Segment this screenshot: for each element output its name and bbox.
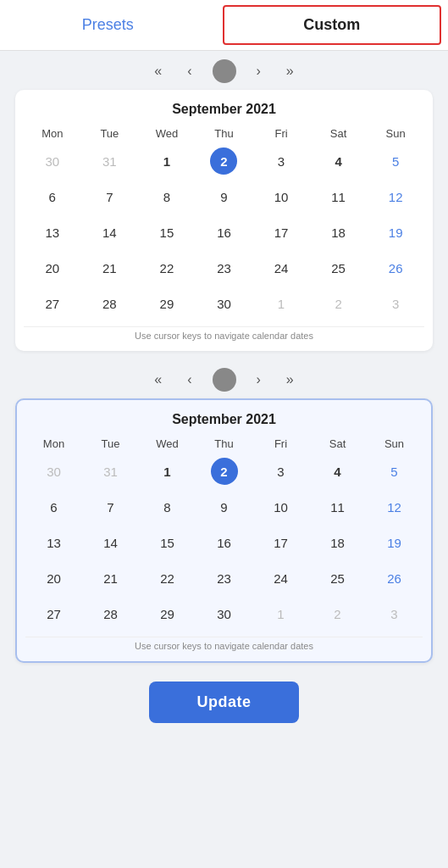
prev-btn-2[interactable]: ‹: [182, 370, 196, 389]
table-row[interactable]: 12: [366, 489, 423, 525]
table-row[interactable]: 17: [252, 525, 309, 560]
table-row[interactable]: 28: [81, 286, 139, 321]
table-row[interactable]: 5: [366, 453, 423, 489]
table-row[interactable]: 2: [196, 143, 253, 179]
table-row[interactable]: 11: [309, 489, 366, 525]
table-row[interactable]: 27: [24, 286, 81, 321]
table-row[interactable]: 26: [367, 250, 424, 286]
table-row[interactable]: 8: [139, 489, 196, 525]
table-row[interactable]: 3: [252, 453, 309, 489]
calendar-2-hint: Use cursor keys to navigate calendar dat…: [25, 637, 423, 654]
table-row[interactable]: 16: [196, 525, 252, 560]
table-row[interactable]: 20: [25, 560, 82, 596]
table-row[interactable]: 2: [196, 453, 252, 489]
table-row[interactable]: 3: [366, 596, 423, 632]
table-row[interactable]: 7: [81, 179, 139, 214]
table-row[interactable]: 1: [252, 596, 309, 632]
table-row[interactable]: 31: [82, 453, 139, 489]
prev-prev-btn-2[interactable]: «: [149, 370, 167, 389]
table-row[interactable]: 21: [82, 560, 139, 596]
table-row[interactable]: 25: [309, 560, 366, 596]
nav-row-1: « ‹ › »: [0, 51, 448, 90]
table-row[interactable]: 18: [310, 214, 368, 250]
col-tue-1: Tue: [81, 124, 139, 143]
nav-dot-2: [213, 368, 236, 392]
table-row[interactable]: 9: [196, 489, 252, 525]
table-row[interactable]: 19: [367, 214, 424, 250]
table-row[interactable]: 23: [196, 250, 253, 286]
next-btn-2[interactable]: ›: [252, 370, 266, 389]
table-row[interactable]: 15: [138, 214, 196, 250]
table-row[interactable]: 3: [252, 143, 310, 179]
table-row[interactable]: 26: [366, 560, 423, 596]
table-row[interactable]: 1: [252, 286, 310, 321]
table-row[interactable]: 14: [82, 525, 139, 560]
col-sat-1: Sat: [310, 124, 368, 143]
table-row[interactable]: 2: [309, 596, 366, 632]
table-row[interactable]: 4: [309, 453, 366, 489]
table-row[interactable]: 13: [24, 214, 81, 250]
update-button[interactable]: Update: [149, 682, 298, 723]
prev-btn-1[interactable]: ‹: [182, 62, 196, 81]
table-row[interactable]: 24: [252, 250, 310, 286]
calendar-1-hint: Use cursor keys to navigate calendar dat…: [24, 326, 424, 344]
calendar-2-grid: Mon Tue Wed Thu Fri Sat Sun 303112345678…: [25, 434, 423, 632]
table-row[interactable]: 30: [196, 596, 252, 632]
table-row[interactable]: 7: [82, 489, 139, 525]
table-row[interactable]: 27: [25, 596, 82, 632]
table-row[interactable]: 11: [310, 179, 368, 214]
next-btn-1[interactable]: ›: [252, 62, 266, 81]
table-row[interactable]: 29: [139, 596, 196, 632]
table-row[interactable]: 22: [139, 560, 196, 596]
table-row[interactable]: 16: [196, 214, 253, 250]
table-row[interactable]: 12: [367, 179, 424, 214]
table-row[interactable]: 10: [252, 489, 309, 525]
table-row[interactable]: 28: [82, 596, 139, 632]
col-mon-2: Mon: [25, 434, 82, 453]
next-next-btn-2[interactable]: »: [281, 370, 299, 389]
table-row[interactable]: 21: [81, 250, 139, 286]
tab-presets[interactable]: Presets: [0, 0, 216, 50]
tab-custom[interactable]: Custom: [223, 5, 442, 45]
table-row[interactable]: 4: [310, 143, 368, 179]
calendar-2-month: September 2021: [25, 409, 423, 429]
table-row[interactable]: 3: [367, 286, 424, 321]
table-row[interactable]: 8: [138, 179, 196, 214]
table-row[interactable]: 25: [310, 250, 368, 286]
col-sat-2: Sat: [309, 434, 366, 453]
table-row[interactable]: 31: [81, 143, 139, 179]
nav-dot-1: [213, 59, 236, 83]
table-row[interactable]: 22: [138, 250, 196, 286]
table-row[interactable]: 1: [139, 453, 196, 489]
table-row[interactable]: 18: [309, 525, 366, 560]
table-row[interactable]: 24: [252, 560, 309, 596]
table-row[interactable]: 30: [24, 143, 81, 179]
table-row[interactable]: 5: [367, 143, 424, 179]
col-sun-2: Sun: [366, 434, 423, 453]
table-row[interactable]: 17: [252, 214, 310, 250]
table-row[interactable]: 1: [138, 143, 196, 179]
table-row[interactable]: 6: [25, 489, 82, 525]
table-row[interactable]: 23: [196, 560, 252, 596]
calendar-1: September 2021 Mon Tue Wed Thu Fri Sat S…: [15, 90, 433, 351]
table-row[interactable]: 30: [25, 453, 82, 489]
calendar-1-month: September 2021: [24, 98, 424, 119]
table-row[interactable]: 13: [25, 525, 82, 560]
table-row[interactable]: 10: [252, 179, 310, 214]
col-mon-1: Mon: [24, 124, 81, 143]
table-row[interactable]: 20: [24, 250, 81, 286]
table-row[interactable]: 29: [138, 286, 196, 321]
next-next-btn-1[interactable]: »: [281, 62, 299, 81]
table-row[interactable]: 30: [196, 286, 253, 321]
table-row[interactable]: 19: [366, 525, 423, 560]
prev-prev-btn-1[interactable]: «: [149, 62, 167, 81]
nav-row-2: « ‹ › »: [0, 359, 448, 398]
table-row[interactable]: 9: [196, 179, 253, 214]
col-fri-1: Fri: [252, 124, 310, 143]
table-row[interactable]: 14: [81, 214, 139, 250]
table-row[interactable]: 2: [310, 286, 368, 321]
table-row[interactable]: 15: [139, 525, 196, 560]
table-row[interactable]: 6: [24, 179, 81, 214]
update-btn-wrap: Update: [0, 663, 448, 743]
col-wed-1: Wed: [138, 124, 196, 143]
